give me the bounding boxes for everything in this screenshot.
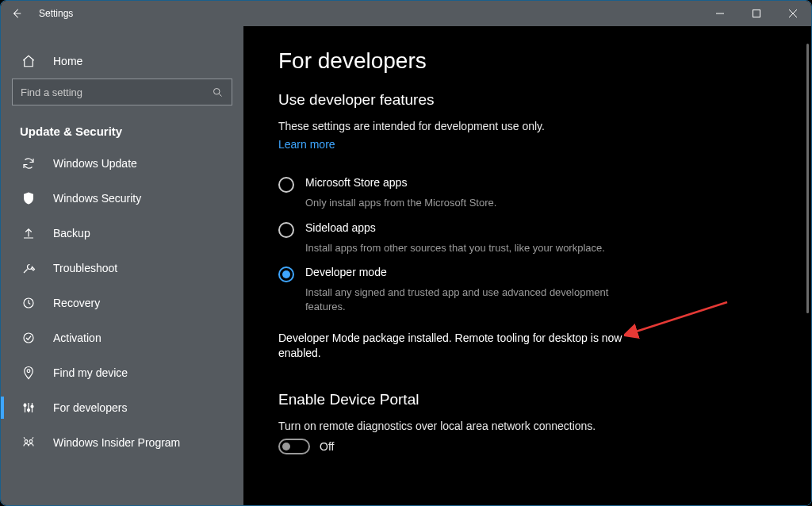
sidebar-item-label: Recovery bbox=[53, 297, 100, 309]
section-heading-device-portal: Enable Device Portal bbox=[278, 391, 722, 408]
content-pane: For developers Use developer features Th… bbox=[243, 26, 811, 505]
svg-point-6 bbox=[28, 409, 30, 412]
sidebar-item-label: Windows Insider Program bbox=[53, 436, 180, 449]
section-heading-dev-features: Use developer features bbox=[278, 91, 722, 109]
sidebar-item-label: Activation bbox=[53, 332, 102, 344]
radio-ms-store[interactable]: Microsoft Store apps bbox=[278, 176, 722, 193]
device-portal-toggle[interactable] bbox=[278, 439, 310, 454]
wrench-icon bbox=[20, 261, 37, 275]
maximize-button[interactable] bbox=[738, 1, 775, 26]
back-arrow-icon bbox=[11, 8, 22, 19]
sidebar-item-troubleshoot[interactable]: Troubleshoot bbox=[1, 251, 243, 286]
radio-button-selected-icon[interactable] bbox=[278, 266, 294, 282]
insider-icon bbox=[20, 435, 37, 450]
close-button[interactable] bbox=[775, 1, 811, 26]
radio-developer-mode[interactable]: Developer mode bbox=[278, 266, 722, 282]
minimize-icon bbox=[716, 10, 724, 17]
section-desc: These settings are intended for developm… bbox=[278, 120, 722, 132]
sidebar-item-windows-security[interactable]: Windows Security bbox=[1, 181, 243, 216]
svg-point-3 bbox=[24, 333, 33, 343]
sliders-icon bbox=[20, 401, 37, 415]
sidebar-item-insider[interactable]: Windows Insider Program bbox=[1, 425, 243, 460]
sidebar-item-label: Windows Update bbox=[53, 157, 137, 170]
sidebar-item-recovery[interactable]: Recovery bbox=[1, 286, 243, 320]
sync-icon bbox=[20, 156, 37, 171]
shield-icon bbox=[20, 191, 37, 205]
sidebar-section-heading: Update & Security bbox=[1, 110, 243, 146]
sidebar-item-label: For developers bbox=[53, 401, 127, 414]
sidebar-item-backup[interactable]: Backup bbox=[1, 216, 243, 251]
device-portal-desc: Turn on remote diagnostics over local ar… bbox=[278, 420, 722, 432]
maximize-icon bbox=[753, 10, 760, 17]
sidebar-item-label: Windows Security bbox=[53, 192, 141, 205]
sidebar-home[interactable]: Home bbox=[1, 44, 243, 79]
settings-window: Settings Home bbox=[0, 0, 812, 506]
radio-desc: Install apps from other sources that you… bbox=[305, 241, 638, 255]
radio-button-icon[interactable] bbox=[278, 177, 294, 193]
search-icon bbox=[212, 86, 224, 98]
svg-point-9 bbox=[29, 440, 33, 443]
svg-point-7 bbox=[31, 405, 33, 408]
radio-button-icon[interactable] bbox=[278, 222, 294, 238]
history-icon bbox=[20, 296, 37, 310]
toggle-label: Off bbox=[320, 440, 334, 453]
app-title: Settings bbox=[33, 8, 73, 19]
back-button[interactable] bbox=[1, 1, 33, 26]
sidebar-item-find-my-device[interactable]: Find my device bbox=[1, 355, 243, 390]
status-text: Developer Mode package installed. Remote… bbox=[278, 331, 659, 361]
learn-more-link[interactable]: Learn more bbox=[278, 138, 335, 151]
page-title: For developers bbox=[278, 48, 722, 74]
close-icon bbox=[789, 10, 797, 17]
svg-point-8 bbox=[25, 440, 28, 443]
sidebar-item-activation[interactable]: Activation bbox=[1, 320, 243, 355]
svg-point-5 bbox=[24, 404, 26, 407]
radio-desc: Only install apps from the Microsoft Sto… bbox=[305, 196, 638, 210]
sidebar-item-for-developers[interactable]: For developers bbox=[1, 390, 243, 425]
radio-label: Microsoft Store apps bbox=[305, 176, 407, 193]
search-input[interactable] bbox=[21, 86, 193, 98]
radio-desc: Install any signed and trusted app and u… bbox=[305, 286, 638, 313]
search-box[interactable] bbox=[12, 79, 232, 105]
upload-icon bbox=[20, 226, 37, 240]
svg-rect-0 bbox=[753, 10, 760, 17]
check-circle-icon bbox=[20, 331, 37, 345]
titlebar: Settings bbox=[1, 1, 811, 26]
scrollbar[interactable] bbox=[806, 44, 809, 313]
sidebar-item-label: Find my device bbox=[53, 366, 128, 379]
radio-label: Sideload apps bbox=[305, 221, 376, 238]
svg-point-4 bbox=[27, 370, 30, 373]
sidebar-item-label: Troubleshoot bbox=[53, 262, 117, 274]
home-icon bbox=[20, 54, 37, 68]
sidebar-item-windows-update[interactable]: Windows Update bbox=[1, 146, 243, 181]
location-icon bbox=[20, 366, 37, 380]
sidebar-home-label: Home bbox=[53, 55, 82, 67]
sidebar-item-label: Backup bbox=[53, 227, 90, 240]
radio-label: Developer mode bbox=[305, 266, 387, 282]
svg-point-1 bbox=[214, 88, 220, 94]
minimize-button[interactable] bbox=[702, 1, 738, 26]
sidebar: Home Update & Security Windows Update bbox=[1, 26, 243, 505]
radio-sideload[interactable]: Sideload apps bbox=[278, 221, 722, 238]
